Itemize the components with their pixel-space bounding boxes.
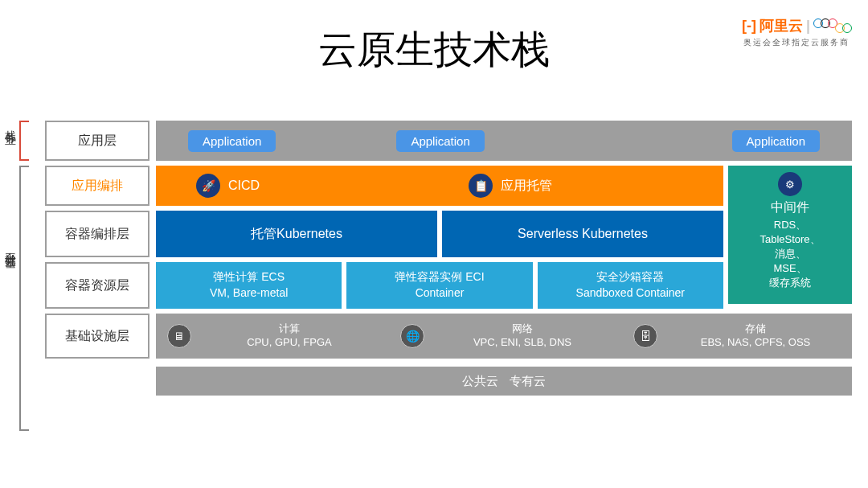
kubernetes-layer: 托管Kubernetes Serverless Kubernetes [156,211,723,257]
calendar-icon: 📋 [469,174,493,198]
sandbox-box: 安全沙箱容器 Sandboxed Container [538,262,723,309]
resource-layer: 弹性计算 ECS VM, Bare-metal 弹性容器实例 ECI Conta… [156,262,723,309]
row-label-infra: 基础设施层 [45,314,149,359]
middleware-item: 缓存系统 [769,276,811,290]
bracket-platform [19,166,29,431]
middleware-item: RDS、 [774,218,806,232]
brand-name: 阿里云 [760,16,803,35]
monitor-icon: 🖥 [167,324,191,348]
compute-box: 🖥 计算 CPU, GPU, FPGA [162,318,379,354]
application-layer: Application Application Application [156,121,852,161]
middleware-icon: ⚙ [778,172,802,196]
application-pill: Application [732,130,820,152]
cloud-type-layer: 公共云 专有云 [156,367,852,396]
middleware-item: TableStore、 [760,232,820,247]
private-cloud-label: 专有云 [510,374,546,389]
middleware-panel: ⚙ 中间件 RDS、 TableStore、 消息、 MSE、 缓存系统 [728,166,852,304]
row-label-app: 应用层 [45,121,149,161]
brand-icon: [-] [742,18,756,35]
database-icon: 🗄 [633,324,657,348]
row-label-resource: 容器资源层 [45,262,149,309]
row-label-container: 容器编排层 [45,211,149,257]
infrastructure-layer: 🖥 计算 CPU, GPU, FPGA 🌐 网络 VPC, ENI, SLB, … [156,314,852,359]
eci-box: 弹性容器实例 ECI Container [346,262,532,309]
network-box: 🌐 网络 VPC, ENI, SLB, DNS [395,318,612,354]
application-pill: Application [396,130,484,152]
bracket-business [19,121,29,161]
slide-title: 云原生技术栈 [0,24,868,76]
hosting-label: 应用托管 [501,178,552,195]
rocket-icon: 🚀 [196,174,220,198]
row-label-orchestration: 应用编排 [45,166,149,206]
public-cloud-label: 公共云 [462,374,498,389]
storage-box: 🗄 存储 EBS, NAS, CPFS, OSS [628,318,845,354]
orchestration-layer: 🚀 CICD 📋 应用托管 [156,166,723,206]
managed-k8s: 托管Kubernetes [156,211,437,257]
brand-logo: [-] 阿里云 | 奥运会全球指定云服务商 [742,16,852,48]
cicd-label: CICD [228,178,260,193]
serverless-k8s: Serverless Kubernetes [442,211,723,257]
application-pill: Application [188,130,276,152]
middleware-item: 消息、 [775,247,806,261]
ecs-box: 弹性计算 ECS VM, Bare-metal [156,262,342,309]
brand-tagline: 奥运会全球指定云服务商 [742,37,852,48]
middleware-title: 中间件 [771,199,809,216]
middleware-item: MSE、 [773,261,806,276]
globe-icon: 🌐 [400,324,424,348]
olympic-rings-icon [813,18,852,33]
